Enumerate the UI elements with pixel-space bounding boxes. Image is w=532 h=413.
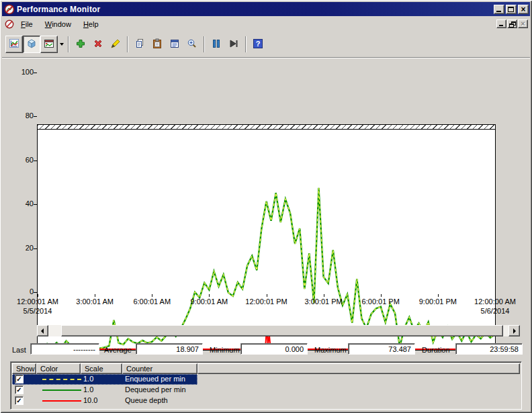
y-axis-tick xyxy=(34,292,37,293)
show-checkbox[interactable]: ✓ xyxy=(15,396,24,405)
mdi-close-icon: × xyxy=(519,19,527,28)
svg-text:?: ? xyxy=(256,40,261,48)
toolbar-separator xyxy=(245,36,247,52)
freeze-display-button[interactable] xyxy=(208,36,225,53)
y-axis-tick xyxy=(34,248,37,249)
color-swatch xyxy=(42,389,81,391)
legend-column-show[interactable]: Show xyxy=(12,363,36,374)
average-value: 18.907 xyxy=(136,343,203,355)
counter-legend: ShowColorScaleCounter ✓1.0Enqueued per m… xyxy=(10,361,522,410)
chart-type-button[interactable] xyxy=(40,36,58,53)
minimize-button[interactable] xyxy=(494,5,504,14)
counter-name: Queue depth xyxy=(125,396,168,404)
copy-properties-button[interactable] xyxy=(131,36,148,53)
help-button[interactable]: ? xyxy=(249,36,267,53)
time-range-scrollbar[interactable] xyxy=(37,325,520,336)
toolbar-separator xyxy=(127,36,128,52)
scroll-right-button[interactable] xyxy=(508,325,520,336)
mdi-minimize-button[interactable] xyxy=(496,19,506,28)
chart-plot-area xyxy=(37,124,496,351)
y-axis-tick xyxy=(34,73,37,73)
show-checkbox[interactable]: ✓ xyxy=(15,375,24,383)
y-axis-label: 40 xyxy=(8,199,34,208)
color-swatch xyxy=(42,379,81,380)
minimum-value: 0.000 xyxy=(240,343,308,355)
legend-column-color[interactable]: Color xyxy=(36,363,81,374)
toolbar-separator xyxy=(204,36,205,52)
properties-icon xyxy=(169,38,180,50)
maximum-label: Maximum xyxy=(314,346,347,354)
scroll-left-icon xyxy=(41,328,44,334)
paste-icon xyxy=(152,38,163,50)
plus-icon xyxy=(75,38,86,50)
toolbar: ? xyxy=(2,32,530,57)
scroll-right-icon xyxy=(513,328,516,334)
legend-row-dequeued-per-min[interactable]: ✓1.0Dequeued per min xyxy=(12,385,197,396)
paste-counter-list-button[interactable] xyxy=(148,36,166,53)
legend-row-queue-depth[interactable]: ✓10.0Queue depth xyxy=(12,396,197,406)
legend-column-filler xyxy=(197,363,520,374)
show-checkbox[interactable]: ✓ xyxy=(15,385,24,394)
chart-region: 02040608010012:00:01 AM5/5/20143:00:01 A… xyxy=(0,57,532,320)
menu-item-file[interactable]: File xyxy=(16,18,38,30)
highlight-icon xyxy=(110,38,121,50)
y-axis-tick xyxy=(34,116,37,117)
scale-value: 1.0 xyxy=(83,385,93,394)
performance-monitor-icon xyxy=(4,4,15,15)
zoom-button[interactable] xyxy=(183,36,201,53)
help-icon: ? xyxy=(253,38,263,50)
mdi-document-icon[interactable] xyxy=(5,19,14,29)
mdi-minimize-icon xyxy=(499,25,503,26)
chevron-down-icon xyxy=(60,43,64,46)
view-log-data-button[interactable] xyxy=(23,36,40,53)
legend-column-counter[interactable]: Counter xyxy=(122,363,197,374)
close-button[interactable]: × xyxy=(518,5,529,14)
legend-row-enqueued-per-min[interactable]: ✓1.0Enqueued per min xyxy=(12,374,197,385)
add-counter-button[interactable] xyxy=(72,36,89,53)
y-axis-label: 60 xyxy=(8,156,34,164)
mdi-restore-button[interactable] xyxy=(507,19,517,28)
chart-type-icon xyxy=(44,38,54,50)
minimize-icon xyxy=(496,11,501,12)
update-data-button[interactable] xyxy=(225,36,242,53)
delete-icon xyxy=(93,38,103,50)
mdi-close-button[interactable]: × xyxy=(518,19,528,28)
y-axis-label: 20 xyxy=(8,244,34,252)
minimum-label: Minimum xyxy=(210,346,240,354)
over-limit-hatch-band xyxy=(38,125,495,130)
menu-bar: FileWindowHelp × xyxy=(2,16,530,32)
highlight-button[interactable] xyxy=(107,36,124,53)
delete-counter-button[interactable] xyxy=(89,36,107,53)
legend-header: ShowColorScaleCounter xyxy=(12,363,520,374)
scrollbar-track[interactable] xyxy=(503,325,508,336)
scale-value: 10.0 xyxy=(83,396,97,404)
close-icon: × xyxy=(519,5,528,14)
maximize-button[interactable] xyxy=(506,5,517,14)
scrollbar-track[interactable] xyxy=(48,325,61,336)
counter-name: Enqueued per min xyxy=(125,375,185,383)
last-label: Last xyxy=(12,346,26,354)
y-axis-tick xyxy=(34,204,37,205)
title-bar[interactable]: Performance Monitor × xyxy=(2,2,530,16)
cube-icon xyxy=(26,38,37,50)
properties-button[interactable] xyxy=(166,36,183,53)
chart-type-button-dropdown[interactable] xyxy=(58,36,65,53)
zoom-icon xyxy=(187,38,197,50)
y-axis-label: 100 xyxy=(8,68,34,76)
legend-column-scale[interactable]: Scale xyxy=(81,363,122,374)
scroll-left-button[interactable] xyxy=(37,325,48,336)
scrollbar-thumb[interactable] xyxy=(61,325,503,336)
y-axis-tick xyxy=(34,160,37,161)
y-axis-label: 0 xyxy=(8,287,34,295)
performance-monitor-window: Performance Monitor × FileWindowHelp × ?… xyxy=(0,0,532,413)
pause-icon xyxy=(211,38,222,50)
x-axis-label: 12:00:00 AM5/6/2014 xyxy=(455,297,532,316)
view-graph-button[interactable] xyxy=(5,36,23,53)
counter-name: Dequeued per min xyxy=(125,385,186,394)
menu-item-help[interactable]: Help xyxy=(79,18,103,30)
window-title: Performance Monitor xyxy=(17,5,492,14)
menu-item-window[interactable]: Window xyxy=(40,18,76,30)
copy-icon xyxy=(134,38,145,50)
duration-value: 23:59:58 xyxy=(455,343,523,355)
scale-value: 1.0 xyxy=(83,375,93,383)
